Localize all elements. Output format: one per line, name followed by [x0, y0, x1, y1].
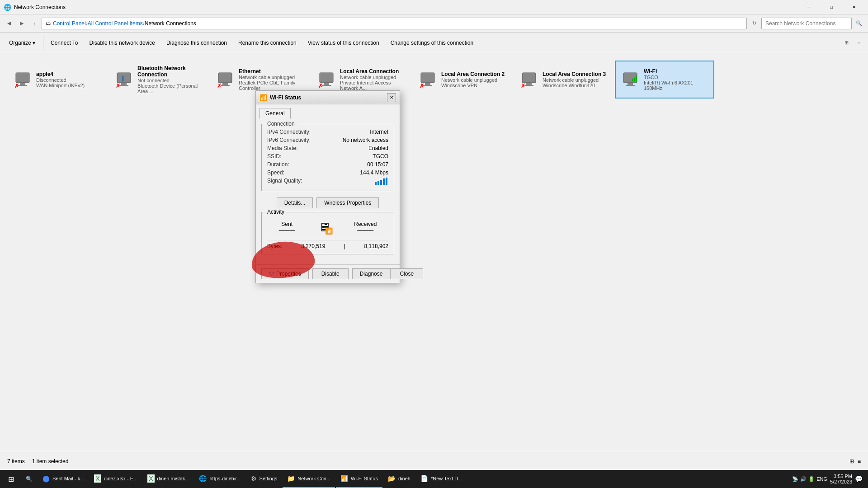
disable-network-button[interactable]: Disable this network device: [84, 34, 161, 52]
view-list-button[interactable]: ≡: [854, 38, 864, 48]
activity-label: Activity: [265, 209, 286, 215]
svg-rect-1: [20, 83, 25, 85]
network-type-apple4: WAN Miniport (IKEv2): [36, 83, 85, 88]
network-item-wifi[interactable]: Wi-Fi TGCO Intel(R) Wi-Fi 6 AX201 160MHz: [615, 61, 714, 99]
language-label[interactable]: ENG: [816, 476, 827, 482]
svg-rect-29: [634, 78, 635, 81]
svg-rect-11: [221, 85, 230, 86]
network-type-ethernet: Realtek PCIe GbE Family Controller: [239, 80, 303, 91]
volume-icon[interactable]: 🔊: [800, 476, 807, 482]
start-button[interactable]: ⊞: [2, 470, 20, 488]
network-info-wifi: Wi-Fi TGCO Intel(R) Wi-Fi 6 AX201 160MHz: [644, 68, 708, 91]
search-button[interactable]: 🔍: [854, 18, 864, 29]
maximize-button[interactable]: □: [821, 0, 842, 14]
properties-button[interactable]: 🛡 Properties: [261, 268, 309, 279]
breadcrumb-all-items[interactable]: All Control Panel Items: [88, 20, 143, 27]
activity-network-icon: 🖥 📶: [318, 220, 331, 235]
network-item-lan3[interactable]: ✗ Local Area Connection 3 Network cable …: [514, 61, 613, 99]
svg-rect-35: [386, 178, 387, 185]
dialog-tab-general[interactable]: General: [259, 108, 291, 119]
network-tray-icon[interactable]: 📡: [792, 476, 798, 482]
disable-button[interactable]: Disable: [312, 268, 349, 279]
ipv6-row: IPv6 Connectivity: No network access: [267, 136, 388, 144]
excel-icon: X: [94, 474, 101, 483]
taskbar-item-dineh-mistake[interactable]: X dineh mistak...: [143, 470, 193, 488]
close-button[interactable]: ✕: [844, 0, 864, 14]
breadcrumb-control-panel[interactable]: Control Panel: [53, 20, 86, 27]
back-button[interactable]: ◀: [4, 18, 14, 29]
minimize-button[interactable]: ─: [798, 0, 819, 14]
view-icon-1[interactable]: ⊞: [849, 458, 854, 465]
ipv4-value: Internet: [370, 129, 388, 135]
network-item-apple4[interactable]: ✗ apple4 Disconnected WAN Miniport (IKEv…: [7, 61, 107, 99]
window-icon: 🌐: [4, 4, 11, 11]
window-controls: ─ □ ✕: [798, 0, 864, 14]
taskbar-item-https[interactable]: 🌐 https-dinehir...: [194, 470, 245, 488]
view-status-button[interactable]: View status of this connection: [302, 34, 385, 52]
dialog-body: Connection IPv4 Connectivity: Internet I…: [256, 118, 400, 264]
diagnose-button[interactable]: Diagnose: [352, 268, 391, 279]
svg-rect-34: [383, 178, 385, 185]
folder-icon-2: 📂: [388, 475, 396, 482]
network-info-apple4: apple4 Disconnected WAN Miniport (IKEv2): [36, 71, 85, 88]
connect-to-button[interactable]: Connect To: [45, 34, 84, 52]
details-button[interactable]: Details...: [277, 197, 313, 208]
forward-button[interactable]: ▶: [16, 18, 27, 29]
date-display: 5/27/2023: [830, 479, 852, 484]
time-display: 3:55 PM: [834, 474, 852, 479]
svg-rect-2: [18, 85, 27, 86]
signal-label: Signal Quality:: [267, 178, 302, 186]
svg-rect-26: [627, 83, 633, 85]
taskbar-right: 📡 🔊 🔋 ENG 3:55 PM 5/27/2023 💬: [792, 474, 866, 484]
search-taskbar-button[interactable]: 🔍: [21, 471, 37, 487]
diagnose-connection-button[interactable]: Diagnose this connection: [161, 34, 233, 52]
svg-rect-14: [324, 83, 329, 85]
notification-icon[interactable]: 💬: [855, 475, 863, 483]
title-bar: 🌐 Network Connections ─ □ ✕: [0, 0, 868, 14]
path-folder-icon: 🗂: [46, 20, 51, 27]
network-status-lan2: Network cable unplugged: [441, 77, 505, 83]
dialog-close-button[interactable]: ✕: [387, 93, 396, 102]
svg-rect-33: [380, 180, 382, 185]
taskbar-clock[interactable]: 3:55 PM 5/27/2023: [830, 474, 852, 484]
connection-section-label: Connection: [265, 121, 297, 127]
wifi-status-dialog: 📶 Wi-Fi Status ✕ General Connection IPv4…: [255, 90, 400, 283]
bytes-divider: |: [344, 243, 345, 249]
sent-label: Sent: [279, 221, 295, 227]
rename-connection-button[interactable]: Rename this connection: [233, 34, 302, 52]
taskbar-item-sent-mail[interactable]: ⬤ Sent Mail - k...: [38, 470, 89, 488]
svg-text:✗: ✗: [420, 83, 424, 89]
taskbar-item-dineh[interactable]: 📂 dineh: [383, 470, 415, 488]
change-settings-button[interactable]: Change settings of this connection: [385, 34, 479, 52]
wireless-properties-button[interactable]: Wireless Properties: [316, 197, 379, 208]
search-input[interactable]: [761, 18, 852, 29]
svg-text:✗: ✗: [521, 83, 525, 89]
taskbar-item-wifi-status[interactable]: 📶 Wi-Fi Status: [336, 470, 382, 488]
up-button[interactable]: ↑: [29, 18, 40, 29]
refresh-button[interactable]: ↻: [749, 18, 760, 29]
taskbar-dineh-mistake-label: dineh mistak...: [157, 476, 189, 481]
network-item-lan2[interactable]: ✗ Local Area Connection 2 Network cable …: [412, 61, 512, 99]
taskbar-dineh-label: dineh: [398, 476, 410, 481]
bytes-row: Bytes: 3,270,519 | 8,118,902: [267, 242, 388, 250]
view-toggle-button[interactable]: ⊞: [841, 38, 852, 48]
duration-value: 00:15:07: [367, 161, 388, 168]
taskbar-item-dinez[interactable]: X dinez.xlsx - E...: [90, 470, 142, 488]
received-arrow: ———: [354, 227, 377, 234]
taskbar-item-new-text[interactable]: 📄 *New Text D...: [416, 470, 467, 488]
network-name-lan2: Local Area Connection 2: [441, 71, 505, 77]
wifi-status-icon: 📶: [340, 475, 348, 482]
battery-icon[interactable]: 🔋: [808, 476, 815, 482]
svg-rect-21: [522, 73, 536, 83]
view-icon-2[interactable]: ≡: [858, 458, 861, 465]
network-item-bluetooth[interactable]: ᛒ ✗ Bluetooth Network Connection Not con…: [108, 61, 208, 99]
taskbar-item-network-connections[interactable]: 📁 Network Con...: [283, 470, 335, 488]
organize-button[interactable]: Organize ▾: [4, 34, 41, 52]
address-path[interactable]: 🗂 Control Panel › All Control Panel Item…: [42, 18, 747, 29]
toolbar-divider-1: [43, 36, 43, 50]
taskbar-item-settings[interactable]: ⚙ Settings: [246, 470, 282, 488]
network-info-lan2: Local Area Connection 2 Network cable un…: [441, 71, 505, 88]
dialog-close-btn[interactable]: Close: [390, 268, 423, 279]
ssid-value: TGCO: [373, 153, 388, 160]
status-bar: 7 items 1 item selected ⊞ ≡: [0, 452, 868, 470]
